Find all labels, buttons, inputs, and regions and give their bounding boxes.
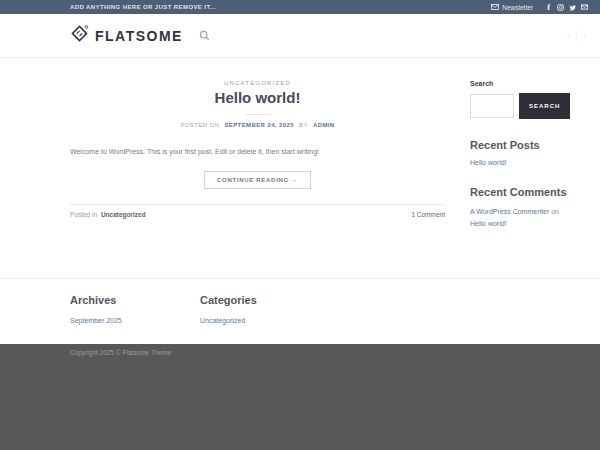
sidebar-search-form: SEARCH xyxy=(470,93,588,119)
header-divider xyxy=(576,30,577,42)
footer-widgets: Archives September 2025 Categories Uncat… xyxy=(0,278,600,344)
comment-on-word: on xyxy=(551,208,559,215)
comments-link[interactable]: 1 Comment xyxy=(411,211,445,218)
comment-author-link[interactable]: A WordPress Commenter xyxy=(470,208,549,215)
chevron-right-icon: › xyxy=(583,31,586,41)
recent-posts-title: Recent Posts xyxy=(470,139,588,151)
posted-in-label: Posted in xyxy=(70,211,97,218)
post-byline: POSTED ON SEPTEMBER 24, 2025 BY ADMIN xyxy=(70,122,445,128)
byline-prefix: POSTED ON xyxy=(180,122,219,128)
main-content: UNCATEGORIZED Hello world! POSTED ON SEP… xyxy=(0,58,600,278)
logo-text: FLATSOME xyxy=(95,28,183,44)
recent-comments-title: Recent Comments xyxy=(470,186,588,198)
envelope-icon xyxy=(491,4,499,11)
email-icon[interactable] xyxy=(581,4,588,11)
site-header: FLATSOME ‹ › xyxy=(0,14,600,58)
instagram-icon[interactable] xyxy=(557,4,564,11)
search-icon[interactable] xyxy=(199,27,210,45)
posted-in-category-link[interactable]: Uncategorized xyxy=(101,211,146,218)
title-divider xyxy=(246,114,270,115)
categories-title: Categories xyxy=(200,294,330,306)
sidebar: Search SEARCH Recent Posts Hello world! … xyxy=(470,80,588,278)
sidebar-search-input[interactable] xyxy=(470,94,514,118)
category-link[interactable]: Uncategorized xyxy=(200,317,330,324)
post-category-label[interactable]: UNCATEGORIZED xyxy=(70,80,445,86)
absolute-footer: Copyright 2025 © Flatsome Theme xyxy=(0,344,600,450)
top-bar: ADD ANYTHING HERE OR JUST REMOVE IT... N… xyxy=(0,0,600,14)
post-title[interactable]: Hello world! xyxy=(70,89,445,106)
post-meta-row: Posted in Uncategorized 1 Comment xyxy=(70,204,445,218)
archives-title: Archives xyxy=(70,294,200,306)
recent-post-link[interactable]: Hello world! xyxy=(470,159,588,166)
footer-archives: Archives September 2025 xyxy=(70,294,200,344)
newsletter-label: Newsletter xyxy=(502,4,533,11)
sidebar-search-button[interactable]: SEARCH xyxy=(519,93,570,119)
post-summary: UNCATEGORIZED Hello world! POSTED ON SEP… xyxy=(70,80,445,278)
topbar-right: Newsletter f xyxy=(491,4,588,11)
post-excerpt: Welcome to WordPress. This is your first… xyxy=(70,148,445,155)
sidebar-search-label: Search xyxy=(470,80,588,87)
topbar-message: ADD ANYTHING HERE OR JUST REMOVE IT... xyxy=(70,4,216,10)
newsletter-link[interactable]: Newsletter xyxy=(491,4,533,11)
post-author-link[interactable]: ADMIN xyxy=(313,122,335,128)
post-date-link[interactable]: SEPTEMBER 24, 2025 xyxy=(224,122,294,128)
copyright-text: Copyright 2025 © Flatsome Theme xyxy=(70,349,588,356)
facebook-icon[interactable]: f xyxy=(545,4,552,11)
site-logo[interactable]: FLATSOME xyxy=(70,24,183,47)
flatsome-diamond-icon xyxy=(70,24,89,47)
byline-by: BY xyxy=(299,122,308,128)
archive-link[interactable]: September 2025 xyxy=(70,317,200,324)
chevron-left-icon: ‹ xyxy=(567,31,570,41)
continue-reading-wrap: CONTINUE READING → xyxy=(70,168,445,189)
recent-comment-item: A WordPress Commenter on Hello world! xyxy=(470,206,588,231)
comment-post-link[interactable]: Hello world! xyxy=(470,218,588,230)
posted-in: Posted in Uncategorized xyxy=(70,211,146,218)
continue-reading-button[interactable]: CONTINUE READING → xyxy=(204,171,311,189)
social-icons: f xyxy=(545,4,588,11)
twitter-icon[interactable] xyxy=(569,4,576,11)
footer-categories: Categories Uncategorized xyxy=(200,294,330,344)
header-right-controls[interactable]: ‹ › xyxy=(567,14,586,58)
